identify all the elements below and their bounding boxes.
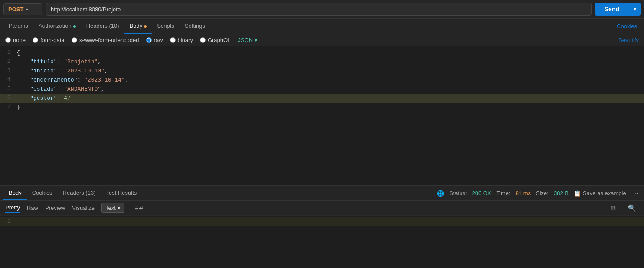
code-editor-area[interactable]: 1{2 "titulo": "Projetin",3 "inicio": "20… <box>0 46 644 185</box>
request-tabs-row: Params Authorization Headers (10) Body S… <box>0 19 644 34</box>
code-line-3: 3 "inicio": "2023-10-10", <box>0 66 644 75</box>
tab-headers[interactable]: Headers (10) <box>81 19 124 34</box>
status-label: Status: <box>449 190 467 196</box>
line-content: "gestor": 47 <box>16 94 644 103</box>
json-dropdown-icon: ▾ <box>255 37 258 43</box>
pretty-row: Pretty Raw Preview Visualize Text ▾ ≡↵ ⧉… <box>0 201 644 216</box>
time-value: 81 ms <box>516 190 531 196</box>
cookies-link[interactable]: Cookies <box>613 19 641 33</box>
line-number: 7 <box>0 103 16 112</box>
option-none[interactable]: none <box>5 37 26 43</box>
size-label: Size: <box>536 190 549 196</box>
option-x-www-form-urlencoded[interactable]: x-www-form-urlencoded <box>72 37 139 43</box>
line-number: 1 <box>0 48 16 57</box>
search-button[interactable]: 🔍 <box>625 203 639 213</box>
code-editor[interactable]: 1{2 "titulo": "Projetin",3 "inicio": "20… <box>0 46 644 114</box>
size-value: 382 B <box>554 190 569 196</box>
bottom-tab-body[interactable]: Body <box>3 186 27 200</box>
beautify-button[interactable]: Beautify <box>618 37 639 43</box>
line-number: 5 <box>0 85 16 94</box>
option-form-data[interactable]: form-data <box>33 37 65 43</box>
authorization-dot <box>73 25 76 28</box>
send-dropdown-button[interactable]: ▾ <box>629 3 641 16</box>
option-graphql[interactable]: GraphQL <box>200 37 231 43</box>
text-dropdown[interactable]: Text ▾ <box>101 203 124 213</box>
status-value: 200 OK <box>472 190 491 196</box>
line-content: "encerramento": "2023-10-14", <box>16 75 644 85</box>
top-bar: POST ▾ Send ▾ <box>0 0 644 19</box>
bottom-tab-cookies[interactable]: Cookies <box>27 186 58 200</box>
option-raw[interactable]: raw <box>146 37 163 43</box>
line-content: "titulo": "Projetin", <box>16 57 644 66</box>
response-editor[interactable]: 1 <box>0 216 644 228</box>
line-number: 2 <box>0 57 16 66</box>
code-line-1: 1{ <box>0 48 644 57</box>
raw-tab[interactable]: Raw <box>27 203 38 212</box>
method-label: POST <box>8 6 23 13</box>
tab-params[interactable]: Params <box>3 19 33 34</box>
send-btn-group: Send ▾ <box>595 3 641 16</box>
visualize-tab[interactable]: Visualize <box>72 203 95 212</box>
response-line-1: 1 <box>0 217 644 226</box>
status-bar: 🌐 Status: 200 OK Time: 81 ms Size: 382 B… <box>437 188 641 199</box>
body-dot <box>144 25 147 28</box>
body-options-row: none form-data x-www-form-urlencoded raw… <box>0 34 644 46</box>
line-content: { <box>16 48 644 57</box>
line-content: "inicio": "2023-10-10", <box>16 66 644 75</box>
option-binary[interactable]: binary <box>170 37 193 43</box>
save-as-example-button[interactable]: 📋 Save as example <box>574 190 626 197</box>
tab-authorization[interactable]: Authorization <box>33 19 81 34</box>
bottom-tab-headers[interactable]: Headers (13) <box>58 186 101 200</box>
more-options-button[interactable]: ··· <box>631 190 641 197</box>
line-number: 3 <box>0 66 16 75</box>
wrap-icon[interactable]: ≡↵ <box>135 204 144 212</box>
code-line-5: 5 "estado": "ANDAMENTO", <box>0 85 644 94</box>
pretty-tab[interactable]: Pretty <box>5 203 20 213</box>
code-line-6: 6 "gestor": 47 <box>0 94 644 103</box>
line-content: "estado": "ANDAMENTO", <box>16 85 644 94</box>
method-dropdown-icon: ▾ <box>26 7 28 12</box>
url-input[interactable] <box>46 3 592 16</box>
json-select[interactable]: JSON ▾ <box>238 37 258 43</box>
send-button[interactable]: Send <box>595 3 629 16</box>
tab-scripts[interactable]: Scripts <box>152 19 180 34</box>
method-select[interactable]: POST ▾ <box>3 3 42 15</box>
time-label: Time: <box>497 190 510 196</box>
bottom-panel: Body Cookies Headers (13) Test Results 🌐… <box>0 185 644 228</box>
line-number: 6 <box>0 94 16 103</box>
globe-icon: 🌐 <box>437 190 444 197</box>
code-line-2: 2 "titulo": "Projetin", <box>0 57 644 66</box>
line-number: 4 <box>0 75 16 85</box>
code-line-4: 4 "encerramento": "2023-10-14", <box>0 75 644 85</box>
tab-body[interactable]: Body <box>124 19 152 34</box>
copy-button[interactable]: ⧉ <box>608 203 618 213</box>
text-dropdown-icon: ▾ <box>118 205 121 211</box>
save-icon: 📋 <box>574 190 581 197</box>
tab-settings[interactable]: Settings <box>180 19 210 34</box>
response-line-num: 1 <box>0 217 16 226</box>
code-line-7: 7} <box>0 103 644 112</box>
bottom-tabs-row: Body Cookies Headers (13) Test Results 🌐… <box>0 186 644 201</box>
preview-tab[interactable]: Preview <box>45 203 65 212</box>
bottom-tab-test-results[interactable]: Test Results <box>101 186 142 200</box>
line-content: } <box>16 103 644 112</box>
